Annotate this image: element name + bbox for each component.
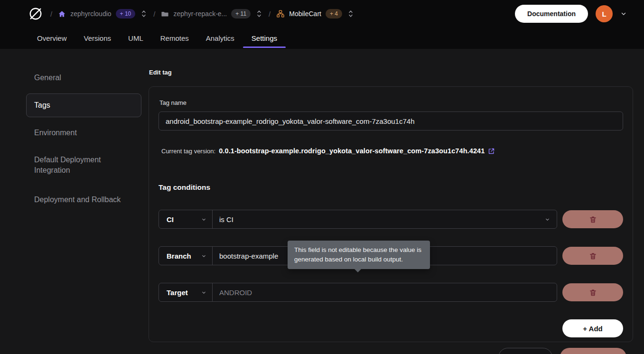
condition-value-select[interactable]: is CI bbox=[213, 210, 557, 228]
tab-overview[interactable]: Overview bbox=[28, 28, 75, 49]
sidebar-item-environment[interactable]: Environment bbox=[26, 128, 141, 138]
breadcrumb-separator: / bbox=[50, 10, 52, 18]
tag-name-input[interactable] bbox=[159, 112, 623, 130]
condition-type-label: CI bbox=[167, 215, 174, 224]
documentation-button[interactable]: Documentation bbox=[515, 5, 588, 23]
bottom-danger-button-partial[interactable] bbox=[560, 348, 626, 354]
external-link-icon[interactable] bbox=[488, 148, 495, 155]
condition-type-select[interactable]: CI bbox=[159, 210, 213, 228]
zephyr-logo-icon[interactable] bbox=[27, 5, 45, 23]
chevron-down-icon bbox=[201, 253, 206, 259]
app-label: MobileCart bbox=[289, 10, 321, 18]
main-nav: Overview Versions UML Remotes Analytics … bbox=[0, 28, 644, 49]
add-condition-button[interactable]: + Add bbox=[562, 319, 623, 337]
trash-icon bbox=[589, 252, 597, 260]
app-count-badge: + 4 bbox=[326, 9, 342, 19]
bottom-secondary-button-partial[interactable] bbox=[498, 348, 552, 354]
trash-icon bbox=[589, 289, 597, 297]
top-bar: / zephyrcloudio + 10 / zephyr-repack-e..… bbox=[0, 0, 644, 28]
sidebar-item-general[interactable]: General bbox=[26, 73, 141, 83]
project-count-badge: + 11 bbox=[231, 9, 251, 19]
current-tag-version: Current tag version: 0.0.1-bootstrap-exa… bbox=[161, 147, 623, 155]
condition-row-target: Target bbox=[159, 283, 623, 302]
delete-condition-button[interactable] bbox=[562, 247, 623, 265]
breadcrumb: / zephyrcloudio + 10 / zephyr-repack-e..… bbox=[27, 5, 355, 23]
app-switcher-icon[interactable] bbox=[347, 9, 355, 19]
topbar-actions: Documentation L bbox=[515, 5, 627, 23]
tab-settings[interactable]: Settings bbox=[243, 28, 286, 49]
content-area: General Tags Environment Default Deploym… bbox=[0, 49, 644, 354]
org-switcher-icon[interactable] bbox=[140, 9, 148, 19]
project-switcher-icon[interactable] bbox=[255, 9, 263, 19]
breadcrumb-org[interactable]: zephyrcloudio + 10 bbox=[58, 9, 135, 19]
breadcrumb-app[interactable]: MobileCart + 4 bbox=[276, 9, 342, 19]
condition-value-label: is CI bbox=[219, 215, 233, 224]
tab-remotes[interactable]: Remotes bbox=[152, 28, 197, 49]
edit-tag-card: Tag name Current tag version: 0.0.1-boot… bbox=[149, 86, 633, 342]
condition-row-ci: CI is CI bbox=[159, 210, 623, 229]
tab-analytics[interactable]: Analytics bbox=[197, 28, 243, 49]
sidebar-item-deployment-and-rollback[interactable]: Deployment and Rollback bbox=[26, 195, 141, 205]
breadcrumb-separator: / bbox=[269, 10, 271, 18]
org-count-badge: + 10 bbox=[116, 9, 136, 19]
chevron-down-icon bbox=[545, 217, 550, 222]
condition-type-label: Branch bbox=[167, 252, 191, 260]
condition-type-select[interactable]: Target bbox=[159, 283, 213, 301]
condition-field: CI is CI bbox=[159, 210, 557, 229]
trash-icon bbox=[589, 215, 597, 224]
delete-condition-button[interactable] bbox=[562, 210, 623, 228]
condition-field: Target bbox=[159, 283, 557, 302]
current-version-label: Current tag version: bbox=[161, 148, 215, 155]
home-icon bbox=[58, 10, 66, 18]
not-editable-tooltip: This field is not editable because the v… bbox=[288, 241, 430, 269]
project-label: zephyr-repack-e... bbox=[173, 10, 227, 18]
tab-versions[interactable]: Versions bbox=[75, 28, 120, 49]
breadcrumb-separator: / bbox=[153, 10, 155, 18]
tag-name-label: Tag name bbox=[159, 99, 623, 106]
add-row: + Add bbox=[159, 319, 623, 337]
tag-conditions-title: Tag conditions bbox=[159, 183, 623, 192]
app-hierarchy-icon bbox=[276, 9, 285, 18]
page-title: Edit tag bbox=[149, 69, 633, 76]
condition-type-select[interactable]: Branch bbox=[159, 247, 213, 265]
current-version-value: 0.0.1-bootstrap-example.rodrigo_yokota_v… bbox=[219, 147, 485, 155]
settings-sidebar: General Tags Environment Default Deploym… bbox=[0, 49, 149, 354]
folder-icon bbox=[161, 10, 169, 18]
tab-uml[interactable]: UML bbox=[120, 28, 152, 49]
avatar[interactable]: L bbox=[596, 5, 613, 22]
breadcrumb-project[interactable]: zephyr-repack-e... + 11 bbox=[161, 9, 251, 19]
account-menu-chevron-icon[interactable] bbox=[620, 10, 627, 17]
delete-condition-button[interactable] bbox=[562, 283, 623, 301]
sidebar-item-default-deployment-integration[interactable]: Default Deployment Integration bbox=[26, 155, 121, 176]
settings-main: Edit tag Tag name Current tag version: 0… bbox=[149, 49, 644, 354]
condition-type-label: Target bbox=[167, 289, 188, 297]
org-label: zephyrcloudio bbox=[70, 10, 111, 18]
chevron-down-icon bbox=[201, 290, 206, 295]
condition-value-input-disabled bbox=[213, 283, 557, 301]
sidebar-item-tags[interactable]: Tags bbox=[26, 93, 141, 117]
chevron-down-icon bbox=[201, 217, 206, 222]
